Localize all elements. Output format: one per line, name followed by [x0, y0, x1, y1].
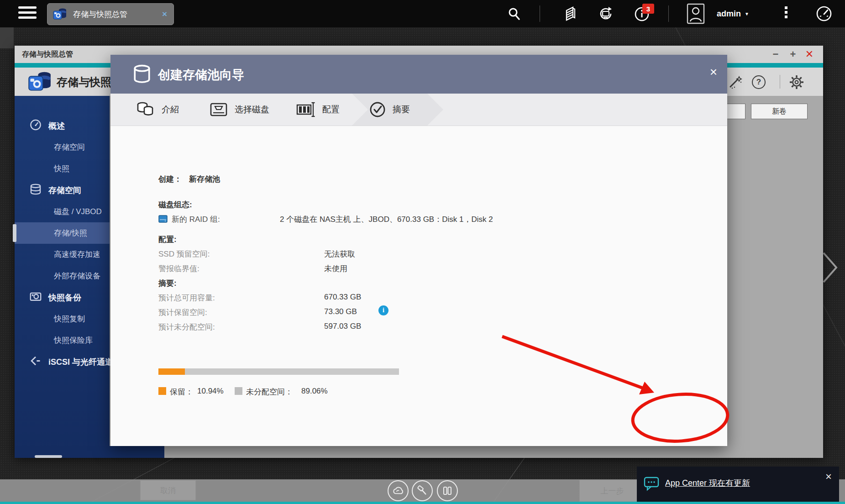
step-configure[interactable]: 配置: [296, 94, 340, 126]
ssd-reserved-value: 无法获取: [324, 249, 355, 259]
notification-close-icon[interactable]: ×: [825, 470, 832, 483]
sidebar-item-snapshot[interactable]: 快照: [15, 158, 110, 179]
banner-divider: [780, 75, 780, 89]
partition-icon: [296, 101, 316, 118]
reserved-progress-fill: [158, 368, 185, 375]
storage-snapshots-app-icon-large: [26, 68, 53, 95]
raid-disk-icon: [158, 215, 168, 223]
raid-group-label: 新的 RAID 组:: [172, 214, 220, 225]
tab-close-icon[interactable]: ×: [162, 9, 167, 19]
myqnapcloud-icon[interactable]: [388, 480, 409, 501]
window-title: 存储与快照总管: [22, 50, 73, 59]
dialog-header: 创建存储池向导 ×: [110, 55, 727, 94]
storage-snapshots-app-icon: [52, 6, 68, 22]
new-volume-button[interactable]: 新卷: [751, 104, 808, 119]
create-value: 新存储池: [189, 174, 220, 184]
disk-stack-icon: [30, 183, 42, 197]
bottom-accent-line: [0, 502, 845, 504]
next-desktop-chevron-icon[interactable]: [822, 250, 839, 287]
more-options-icon[interactable]: [783, 6, 789, 22]
ssd-reserved-label: SSD 预留空间:: [158, 249, 210, 259]
create-label: 创建：: [158, 174, 182, 184]
total-capacity-label: 预计总可用容量:: [158, 293, 215, 303]
admin-label: admin: [717, 9, 741, 19]
close-window-icon[interactable]: ✕: [803, 47, 816, 61]
minimize-icon[interactable]: −: [769, 47, 782, 61]
maximize-icon[interactable]: +: [786, 47, 800, 61]
settings-gear-icon[interactable]: [788, 74, 805, 90]
top-bar: 存储与快照总管 × 3: [0, 0, 845, 27]
unallocated-legend-value: 89.06%: [301, 387, 328, 396]
search-icon[interactable]: [505, 0, 523, 27]
chat-bubble-icon: [643, 476, 661, 491]
info-icon[interactable]: i: [378, 305, 388, 315]
sidebar-item-storage-space[interactable]: 存储空间: [15, 136, 110, 158]
reserved-legend-swatch: [158, 387, 166, 395]
sidebar: 概述 存储空间 快照 存储空间 磁盘 / VJBOD 存储/快照 高速缓存加速 …: [15, 96, 110, 458]
reserved-space-value: 73.30 GB: [324, 307, 357, 316]
reserved-legend-value: 10.94%: [197, 387, 224, 396]
create-storage-pool-wizard-dialog: 创建存储池向导 × 介紹 选择磁盘: [110, 55, 727, 446]
wizard-steps-bar: 介紹 选择磁盘 配置: [110, 94, 727, 126]
alert-threshold-label: 警报临界值:: [158, 263, 199, 274]
sidebar-item-storage-snapshot-selected[interactable]: 存储/快照: [15, 222, 110, 244]
total-capacity-value: 670.33 GB: [324, 293, 361, 302]
dialog-body: 创建： 新存储池 磁盘组态: 新的 RAID 组: 2 个磁盘在 NAS主机 上…: [110, 126, 727, 446]
check-circle-icon: [369, 101, 386, 118]
disk-group-header: 磁盘组态:: [158, 200, 192, 210]
sidebar-item-overview[interactable]: 概述: [15, 115, 110, 136]
reserved-space-label: 预计保留空间:: [158, 307, 207, 318]
step-select-disks[interactable]: 选择磁盘: [209, 94, 269, 126]
unallocated-space-label: 预计未分配空间:: [158, 322, 215, 332]
app-library-icon[interactable]: [437, 480, 458, 501]
sidebar-item-disks-vjbod[interactable]: 磁盘 / VJBOD: [15, 201, 110, 222]
sidebar-item-snapshot-replica[interactable]: 快照复制: [15, 308, 110, 330]
sidebar-item-iscsi-fc[interactable]: iSCSI 与光纤通道: [15, 351, 110, 373]
unallocated-legend-swatch: [235, 387, 242, 395]
horizontal-scrollbar-handle[interactable]: [35, 455, 62, 458]
camera-icon: [30, 290, 42, 304]
reserved-legend-label: 保留：: [170, 387, 193, 397]
admin-menu[interactable]: admin ▼: [717, 0, 749, 27]
unallocated-space-value: 597.03 GB: [324, 322, 361, 331]
dashboard-icon[interactable]: [813, 0, 835, 27]
notification-badge: 3: [642, 4, 654, 14]
raid-group-value: 2 个磁盘在 NAS主机 上、JBOD、670.33 GB：Disk 1，Dis…: [280, 214, 493, 225]
utilities-hammer-icon[interactable]: [412, 480, 433, 501]
wizard-wand-icon[interactable]: [727, 74, 743, 90]
config-header: 配置:: [158, 234, 177, 245]
app-center-update-link[interactable]: App Center 现在有更新: [665, 478, 750, 488]
app-center-notification: App Center 现在有更新 ×: [637, 467, 839, 502]
dialog-title: 创建存储池向导: [158, 67, 244, 83]
capacity-progress-bar: [158, 368, 399, 375]
desktop-corner-highlight: [0, 27, 14, 48]
summary-header: 摘要:: [158, 278, 177, 289]
step-introduction[interactable]: 介紹: [135, 94, 179, 126]
app-title: 存储与快照: [57, 75, 111, 89]
app-tab-storage-snapshots[interactable]: 存储与快照总管 ×: [47, 3, 174, 25]
main-menu-button[interactable]: [18, 6, 37, 21]
sidebar-item-cache-acceleration[interactable]: 高速缓存加速: [15, 244, 110, 265]
chevron-down-icon: ▼: [745, 11, 749, 16]
app-tab-label: 存储与快照总管: [73, 9, 127, 20]
sidebar-item-snapshot-vault[interactable]: 快照保险库: [15, 330, 110, 351]
sync-status-icon[interactable]: [596, 0, 616, 27]
notifications-icon[interactable]: 3: [632, 0, 652, 27]
storage-pool-icon: [132, 64, 152, 85]
iscsi-icon: [30, 355, 42, 369]
step-summary[interactable]: 摘要: [369, 94, 410, 126]
pools-icon: [135, 101, 155, 118]
topbar-divider: [540, 5, 540, 22]
unallocated-legend-label: 未分配空间：: [246, 387, 293, 397]
topbar-divider: [668, 5, 669, 22]
user-avatar[interactable]: [685, 0, 707, 27]
help-icon[interactable]: ?: [751, 74, 767, 90]
sidebar-item-external-storage[interactable]: 外部存储设备: [15, 265, 110, 287]
alert-threshold-value: 未使用: [324, 263, 347, 274]
disk-drive-icon: [209, 101, 228, 118]
dialog-close-icon[interactable]: ×: [710, 66, 717, 79]
background-tasks-icon[interactable]: [561, 0, 581, 27]
sidebar-item-snapshot-backup[interactable]: 快照备份: [15, 287, 110, 308]
sidebar-item-storage[interactable]: 存储空间: [15, 179, 110, 201]
gauge-icon: [30, 119, 42, 133]
